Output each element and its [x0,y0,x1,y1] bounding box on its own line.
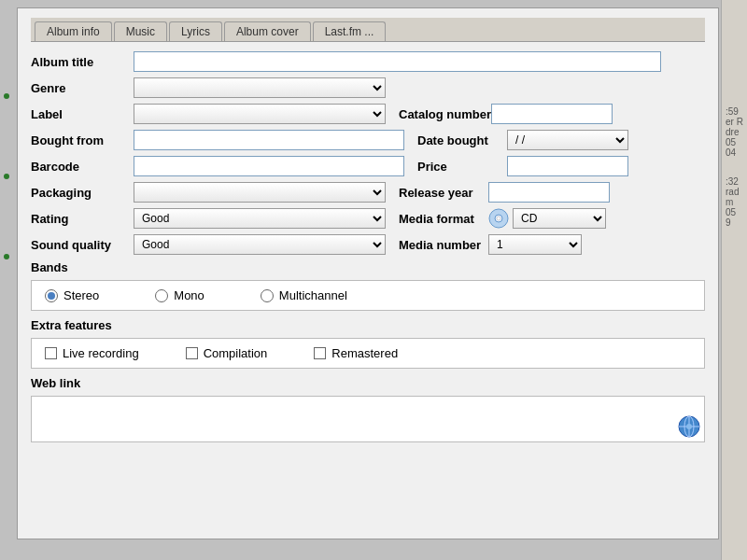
label-catalog-row: Label Catalog number [31,104,705,124]
checkbox-box-remastered [314,347,326,359]
catalog-number-label: Catalog number [386,107,491,121]
tab-album-info[interactable]: Album info [35,21,112,41]
checkbox-live-recording[interactable]: Live recording [45,346,139,360]
sound-quality-media-number-row: Sound quality Good Media number 1 [31,234,705,255]
radio-mono[interactable]: Mono [155,288,204,302]
sound-quality-select[interactable]: Good [134,234,386,255]
right-panel: :59 er R dre 05 04 :32 rad m 05 9 [721,0,747,560]
checkbox-remastered-label: Remastered [331,346,398,360]
right-text-4: 05 [726,137,743,147]
radio-multichannel-label: Multichannel [279,288,347,302]
rating-label: Rating [31,212,134,226]
radio-circle-stereo [45,289,58,302]
tab-lyrics[interactable]: Lyrics [169,21,222,41]
release-year-label: Release year [386,186,488,200]
barcode-input[interactable] [134,156,404,176]
genre-label: Genre [31,81,134,95]
media-number-select[interactable]: 1 [488,234,582,255]
rating-select[interactable]: Good [134,208,386,229]
packaging-release-row: Packaging Release year [31,182,705,203]
checkbox-compilation[interactable]: Compilation [186,346,268,360]
weblink-title: Web link [31,376,705,390]
genre-select[interactable] [134,77,386,98]
right-text-3: dre [726,127,743,137]
media-format-select[interactable]: CD [513,208,606,229]
right-text-9: 9 [726,217,743,228]
catalog-number-input[interactable] [491,104,613,124]
price-label: Price [404,160,507,174]
extra-features-checkbox-row: Live recording Compilation Remastered [45,346,691,360]
bands-box: Stereo Mono Multichannel [31,280,705,311]
bought-date-row: Bought from Date bought / / [31,130,705,150]
extra-features-title: Extra features [31,318,705,332]
tabs-bar: Album info Music Lyrics Album cover Last… [31,18,705,42]
left-dots [4,93,9,259]
packaging-label: Packaging [31,186,134,200]
genre-row: Genre [31,77,705,98]
packaging-select[interactable] [134,182,386,203]
browser-icon [678,415,700,438]
album-title-input[interactable] [134,51,661,72]
dot-3 [4,254,9,259]
checkbox-remastered[interactable]: Remastered [314,346,398,360]
label-label: Label [31,107,134,121]
barcode-price-row: Barcode Price [31,156,705,176]
right-text-5: 04 [726,147,743,158]
dot-2 [4,174,9,179]
album-title-row: Album title [31,51,705,72]
rating-media-format-row: Rating Good Media format CD [31,208,705,229]
checkbox-live-label: Live recording [63,346,139,360]
release-year-input[interactable] [488,182,610,203]
tab-lastfm[interactable]: Last.fm ... [313,21,387,41]
radio-circle-multichannel [261,289,274,302]
tab-album-cover[interactable]: Album cover [224,21,311,41]
radio-stereo[interactable]: Stereo [45,288,99,302]
radio-circle-mono [155,289,168,302]
radio-stereo-label: Stereo [63,288,99,302]
date-bought-label: Date bought [404,133,507,147]
checkbox-box-compilation [186,347,198,359]
right-text-1: :59 [726,106,743,117]
media-format-controls: CD [488,208,606,229]
checkbox-box-live [45,347,57,359]
checkbox-compilation-label: Compilation [204,346,268,360]
svg-point-7 [686,424,692,429]
right-text-6: :32 [726,176,743,187]
label-select[interactable] [134,104,386,124]
price-input[interactable] [507,156,628,176]
main-container: Album info Music Lyrics Album cover Last… [17,7,719,539]
right-text-8: m 05 [726,197,743,217]
radio-mono-label: Mono [174,288,204,302]
dot-1 [4,93,9,99]
bands-title: Bands [31,260,705,274]
tab-music[interactable]: Music [114,21,167,41]
media-format-label: Media format [386,212,488,226]
radio-multichannel[interactable]: Multichannel [261,288,347,302]
bought-from-label: Bought from [31,133,134,147]
sound-quality-label: Sound quality [31,238,134,252]
bands-radio-row: Stereo Mono Multichannel [45,288,691,302]
media-number-label: Media number [386,238,488,252]
barcode-label: Barcode [31,160,134,174]
bought-from-input[interactable] [134,130,404,150]
date-bought-select[interactable]: / / [507,130,628,150]
right-text-2: er R [726,117,743,127]
weblink-box[interactable] [31,396,705,442]
extra-features-box: Live recording Compilation Remastered [31,338,705,369]
svg-point-2 [497,217,500,220]
right-text-7: rad [726,187,743,197]
cd-icon [488,208,509,229]
album-title-label: Album title [31,55,134,69]
